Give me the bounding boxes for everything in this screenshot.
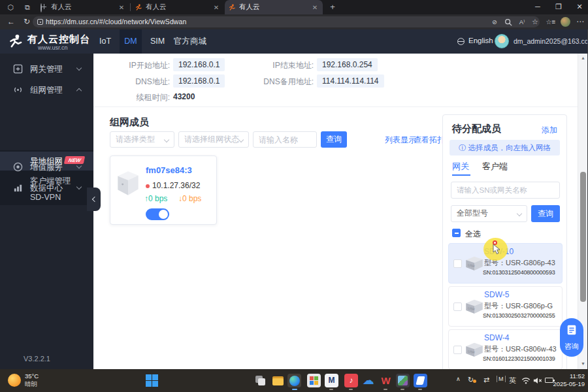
sidebar-collapse-handle[interactable] xyxy=(87,188,101,211)
tab-close-icon[interactable]: ✕ xyxy=(311,4,319,11)
nav-iot[interactable]: IoT xyxy=(95,29,115,54)
tray-expand-icon[interactable]: ∧ xyxy=(456,376,461,382)
tab-gateway[interactable]: 网关 xyxy=(452,161,469,172)
sidebar-item-value-services[interactable]: 增值服务 xyxy=(0,157,93,178)
sidebar-item-gateway-mgmt[interactable]: 网关管理 xyxy=(0,59,93,80)
browser-tab-3-active[interactable]: 有人云 ✕ xyxy=(225,0,323,14)
nav-mall[interactable]: 官方商城 xyxy=(171,29,209,54)
nav-dm[interactable]: DM xyxy=(120,29,142,54)
tab-client[interactable]: 客户端 xyxy=(482,161,508,172)
wifi-icon[interactable] xyxy=(521,377,531,384)
window-restore-button[interactable]: ❐ xyxy=(549,0,568,14)
edge-browser-icon[interactable] xyxy=(287,374,301,387)
browser-urlbar: ← ↻ https://dm.usr.cn/#/cloud/network/Vi… xyxy=(0,14,588,29)
device-name[interactable]: SDW-5 xyxy=(484,290,509,299)
unassigned-search-button[interactable]: 查询 xyxy=(531,205,560,222)
refresh-icon[interactable]: ↻ xyxy=(21,16,33,27)
file-explorer-icon[interactable] xyxy=(271,374,285,387)
members-search-button[interactable]: 查询 xyxy=(321,131,347,148)
tray-settings-icon[interactable]: ⇄ xyxy=(483,376,489,384)
onedrive-icon[interactable]: ☁ xyxy=(361,374,375,387)
weather-temp[interactable]: 35°C xyxy=(25,372,39,380)
device-checkbox[interactable] xyxy=(453,302,462,311)
app-header: 有人云控制台 www.usr.cn IoT DM SIM 官方商城 Englis… xyxy=(0,29,588,54)
window-close-button[interactable]: ✕ xyxy=(570,0,588,14)
usr-favicon xyxy=(135,4,142,11)
collections-icon[interactable]: ☆≡ xyxy=(545,16,557,27)
unassigned-device-card[interactable]: SDW-5 型号：USR-G806p-G SN:0130302503270000… xyxy=(448,286,563,327)
weather-icon[interactable] xyxy=(8,374,21,387)
mic-off-icon[interactable]: ⊘ xyxy=(490,18,499,26)
store-icon[interactable] xyxy=(307,374,321,387)
browser-menu-icon[interactable]: ⋯ xyxy=(574,16,586,27)
start-button[interactable] xyxy=(145,374,159,387)
sidebar-item-network-mgmt[interactable]: 组网管理 xyxy=(0,80,93,101)
select-all-checkbox[interactable] xyxy=(452,229,461,237)
device-enable-toggle[interactable] xyxy=(146,208,169,220)
device-model: 型号：USR-G806w-43 xyxy=(484,344,557,354)
scrollbar-thumb[interactable] xyxy=(580,172,586,302)
device-name[interactable]: fm07se84:3 xyxy=(146,165,192,175)
account-avatar[interactable] xyxy=(495,34,509,48)
wps-icon[interactable]: W xyxy=(379,374,393,387)
task-view-icon[interactable] xyxy=(253,374,267,387)
add-link[interactable]: 添加 xyxy=(542,125,557,136)
weather-desc[interactable]: 晴朗 xyxy=(25,380,37,389)
unassigned-device-card[interactable]: SDW-4 型号：USR-G806w-43 SN:016012230215000… xyxy=(448,329,563,369)
tab-title: 有人云 xyxy=(51,3,114,12)
members-title: 组网成员 xyxy=(110,116,149,129)
tab-close-icon[interactable]: ✕ xyxy=(212,4,220,11)
taskbar-clock[interactable]: 11:52 2025-05-19 xyxy=(549,372,585,388)
browser-tab-1[interactable]: 有人云 ✕ xyxy=(37,0,129,14)
list-view-link[interactable]: 列表显示 xyxy=(385,135,416,146)
device-checkbox[interactable] xyxy=(453,259,462,268)
tab-actions-icon[interactable]: ⧉ xyxy=(22,2,33,12)
m-app-icon[interactable]: M xyxy=(325,374,338,387)
browser-profile-avatar[interactable] xyxy=(561,17,570,27)
address-bar[interactable]: https://dm.usr.cn/#/cloud/network/ViewSd… xyxy=(33,16,540,27)
window-minimize-button[interactable]: ─ xyxy=(528,0,547,14)
device-image xyxy=(114,168,142,198)
zoom-page-icon[interactable] xyxy=(504,18,512,26)
section-divider xyxy=(93,106,578,107)
field-value: 192.168.0.254 xyxy=(317,58,378,71)
field-value: 192.168.0.1 xyxy=(173,74,225,88)
member-device-card[interactable]: fm07se84:3 10.1.27.36/32 ↑0 bps ↓0 bps xyxy=(110,155,217,225)
ime-indicator[interactable]: 英 xyxy=(509,376,516,385)
device-checkbox[interactable] xyxy=(453,346,462,354)
type-select[interactable]: 请选择类型 xyxy=(110,131,174,148)
tab-close-icon[interactable]: ✕ xyxy=(118,4,125,11)
sn-search-input[interactable] xyxy=(451,182,560,199)
status-select[interactable]: 请选择组网状态 xyxy=(178,131,249,148)
music-app-icon[interactable]: ♪ xyxy=(344,374,358,387)
favorite-star-icon[interactable]: ☆ xyxy=(531,18,540,26)
photos-app-icon[interactable] xyxy=(396,374,410,387)
model-select[interactable]: 全部型号 xyxy=(451,205,527,222)
back-icon[interactable]: ← xyxy=(5,16,17,27)
consult-button[interactable]: 咨询 xyxy=(560,318,583,357)
scroll-down-icon[interactable]: ▼ xyxy=(578,361,588,366)
sidebar: 网关管理 组网管理 异地组网 NEW 客户端管理 SD-VPN 增值服务 xyxy=(0,54,93,369)
volume-muted-icon[interactable] xyxy=(533,377,542,384)
language-switch[interactable]: English xyxy=(468,37,493,44)
nav-sim[interactable]: SIM xyxy=(146,29,169,54)
site-info-icon[interactable] xyxy=(37,19,43,25)
scroll-up-icon[interactable]: ▲ xyxy=(578,56,588,60)
workspaces-icon[interactable]: ⬡ xyxy=(5,2,16,12)
name-input[interactable] xyxy=(253,131,317,148)
tray-update-icon[interactable]: ↻ xyxy=(468,376,474,384)
account-email[interactable]: dm_admin2025@163.com xyxy=(514,37,588,45)
tray-m-icon[interactable]: M xyxy=(497,376,506,382)
remote-app-icon[interactable] xyxy=(414,374,427,387)
sidebar-item-label: 网关管理 xyxy=(30,64,63,75)
new-tab-icon[interactable]: + xyxy=(327,2,338,12)
browser-tab-2[interactable]: 有人云 ✕ xyxy=(131,0,224,14)
device-sn: SN:01303125040800000593 xyxy=(483,269,555,276)
url-text[interactable]: https://dm.usr.cn/#/cloud/network/ViewSd… xyxy=(46,18,186,25)
sidebar-item-data-center[interactable]: 数据中心 xyxy=(0,178,93,199)
select-all-label: 全选 xyxy=(465,229,481,240)
device-name[interactable]: SDW-4 xyxy=(484,333,509,342)
tab-title: 有人云 xyxy=(239,3,307,12)
read-aloud-icon[interactable]: A⁾ xyxy=(517,18,527,26)
topology-link[interactable]: 查看拓扑 xyxy=(414,135,445,146)
